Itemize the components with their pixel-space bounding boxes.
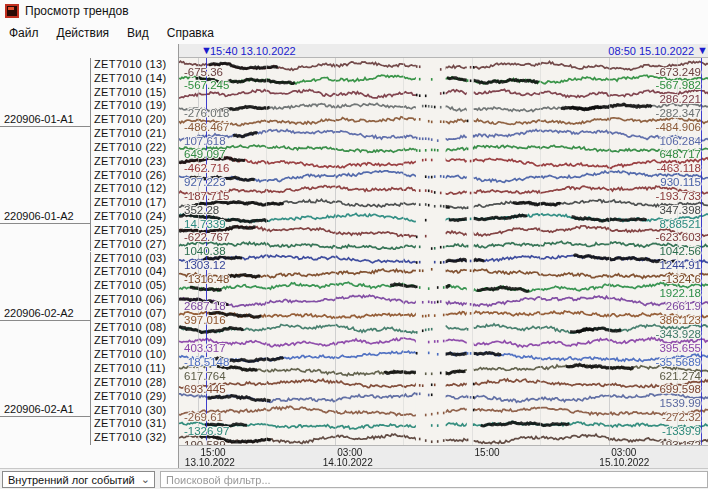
left-cursor-value: -462.716 <box>184 162 229 174</box>
right-cursor-value: 386.123 <box>659 314 701 326</box>
left-cursor-value: 927.223 <box>184 176 226 188</box>
right-cursor-value: -1324.6 <box>662 273 701 285</box>
channel-name[interactable]: ZET7010 (06) <box>91 293 178 307</box>
channel-name[interactable]: ZET7010 (14) <box>91 72 178 86</box>
event-log-select[interactable]: Внутренний лог событий ⌄ <box>2 471 155 488</box>
axis-tick-date: 13.10.2022 <box>185 457 235 468</box>
menu-bar: Файл Действия Вид Справка <box>0 22 708 44</box>
left-cursor-value: -675.36 <box>184 66 223 78</box>
left-cursor-value: -1316.48 <box>184 273 229 285</box>
group-label: 220906-01-A2 <box>0 210 90 224</box>
right-cursor-value: -272.32 <box>662 411 701 423</box>
right-cursor-value: -623.603 <box>656 231 701 243</box>
right-cursor-value: 1539.99 <box>659 397 701 409</box>
menu-file[interactable]: Файл <box>0 24 48 42</box>
trend-traces-canvas <box>179 58 708 445</box>
right-cursor-value: 286.221 <box>659 93 701 105</box>
channel-name[interactable]: ZET7010 (07) <box>91 307 178 321</box>
channel-name[interactable]: ZET7010 (05) <box>91 279 178 293</box>
right-cursor-value: 621.274 <box>659 370 701 382</box>
channel-name[interactable]: ZET7010 (15) <box>91 86 178 100</box>
channel-name[interactable]: ZET7010 (26) <box>91 169 178 183</box>
channel-name[interactable]: ZET7010 (31) <box>91 417 178 431</box>
trend-plot[interactable]: -675.36-673.249-567.245-567.982286.221-2… <box>179 58 708 445</box>
left-cursor-value: -187.715 <box>184 190 229 202</box>
right-cursor-value: 2661.9 <box>666 300 701 312</box>
channel-name[interactable]: ZET7010 (09) <box>91 334 178 348</box>
channel-name[interactable]: ZET7010 (27) <box>91 238 178 252</box>
channel-name[interactable]: ZET7010 (08) <box>91 321 178 335</box>
menu-actions[interactable]: Действия <box>48 24 119 42</box>
channel-name[interactable]: ZET7010 (24) <box>91 210 178 224</box>
title-bar: Просмотр трендов <box>0 0 708 22</box>
app-window: Просмотр трендов Файл Действия Вид Справ… <box>0 0 708 489</box>
right-cursor-value: -567.982 <box>656 79 701 91</box>
event-log-select-value: Внутренний лог событий <box>8 474 135 486</box>
left-cursor-value: 2687.18 <box>184 300 226 312</box>
group-label: 220906-01-A1 <box>0 113 90 127</box>
left-cursor-timestamp: 15:40 13.10.2022 <box>210 44 296 58</box>
channel-name[interactable]: ZET7010 (13) <box>91 58 178 72</box>
channel-name[interactable]: ZET7010 (11) <box>91 362 178 376</box>
left-cursor-value: 1040.38 <box>184 245 226 257</box>
right-cursor-value: 106.284 <box>659 135 701 147</box>
channel-name[interactable]: ZET7010 (17) <box>91 196 178 210</box>
right-cursor-value: -343.928 <box>656 328 701 340</box>
channel-name[interactable]: ZET7010 (12) <box>91 182 178 196</box>
channel-group: 220906-02-A2ZET7010 (03)ZET7010 (04)ZET7… <box>0 251 178 375</box>
chevron-down-icon: ⌄ <box>141 473 150 486</box>
right-cursor-value: -463.118 <box>656 162 701 174</box>
left-cursor-value: -567.245 <box>184 79 229 91</box>
channel-name[interactable]: ZET7010 (03) <box>91 252 178 266</box>
right-cursor-value: 1042.56 <box>659 245 701 257</box>
right-cursor-value: -282.347 <box>656 107 701 119</box>
axis-tick-time: 15:00 <box>475 447 500 458</box>
channel-name[interactable]: ZET7010 (22) <box>91 141 178 155</box>
channel-name[interactable]: ZET7010 (19) <box>91 99 178 113</box>
right-cursor-marker-icon[interactable]: ▼ <box>697 43 708 57</box>
channel-group: 220906-01-A2ZET7010 (12)ZET7010 (17)ZET7… <box>0 182 178 251</box>
menu-help[interactable]: Справка <box>158 24 223 42</box>
channel-name[interactable]: ZET7010 (04) <box>91 265 178 279</box>
right-cursor-value: -1339.9 <box>662 425 701 437</box>
axis-tick-date: 14.10.2022 <box>323 457 373 468</box>
channel-name[interactable]: ZET7010 (21) <box>91 127 178 141</box>
right-cursor-value: -193.733 <box>656 190 701 202</box>
group-channel-list: ZET7010 (13)ZET7010 (14)ZET7010 (15)ZET7… <box>90 58 178 182</box>
time-axis: 15:0003:0015:0003:0013.10.202214.10.2022… <box>179 445 708 468</box>
left-cursor-value: -1326.97 <box>184 425 229 437</box>
right-cursor-value: 648.717 <box>659 148 701 160</box>
left-cursor-value: 14.7339 <box>184 218 226 230</box>
channel-groups: 220906-01-A1ZET7010 (13)ZET7010 (14)ZET7… <box>0 58 178 445</box>
channel-name[interactable]: ZET7010 (32) <box>91 431 178 445</box>
group-channel-list: ZET7010 (03)ZET7010 (04)ZET7010 (05)ZET7… <box>90 252 178 376</box>
left-cursor-value: 1303.12 <box>184 259 226 271</box>
channel-name[interactable]: ZET7010 (30) <box>91 404 178 418</box>
channel-name[interactable]: ZET7010 (20) <box>91 113 178 127</box>
right-cursor-timestamp: 08:50 15.10.2022 <box>608 44 694 58</box>
channel-name[interactable]: ZET7010 (10) <box>91 348 178 362</box>
right-cursor-value: 8.88521 <box>659 218 701 230</box>
search-filter-input[interactable] <box>160 471 708 488</box>
channel-name[interactable]: ZET7010 (25) <box>91 224 178 238</box>
right-cursor-value: -35.5689 <box>656 356 701 368</box>
channel-name[interactable]: ZET7010 (23) <box>91 155 178 169</box>
right-cursor-value: 347.398 <box>659 204 701 216</box>
channel-name[interactable]: ZET7010 (28) <box>91 376 178 390</box>
bottom-bar: Внутренний лог событий ⌄ <box>0 468 708 489</box>
channel-panel: 220906-01-A1ZET7010 (13)ZET7010 (14)ZET7… <box>0 44 178 468</box>
channel-name[interactable]: ZET7010 (29) <box>91 390 178 404</box>
right-cursor-value: -484.906 <box>656 121 701 133</box>
group-channel-list: ZET7010 (28)ZET7010 (29)ZET7010 (30)ZET7… <box>90 376 178 445</box>
right-cursor-line[interactable] <box>701 58 702 445</box>
channel-group: 220906-01-A1ZET7010 (13)ZET7010 (14)ZET7… <box>0 58 178 182</box>
right-cursor-value: 395.655 <box>659 342 701 354</box>
menu-view[interactable]: Вид <box>118 24 158 42</box>
axis-tick-date: 15.10.2022 <box>599 457 649 468</box>
left-cursor-value: -276.018 <box>184 107 229 119</box>
window-title: Просмотр трендов <box>25 4 129 18</box>
trend-panel: ▼ 15:40 13.10.2022 08:50 15.10.2022 ▼ -6… <box>178 44 708 468</box>
group-label: 220906-02-A1 <box>0 403 90 417</box>
plot-header: ▼ 15:40 13.10.2022 08:50 15.10.2022 ▼ <box>179 44 708 58</box>
left-cursor-value: 617.764 <box>184 370 226 382</box>
